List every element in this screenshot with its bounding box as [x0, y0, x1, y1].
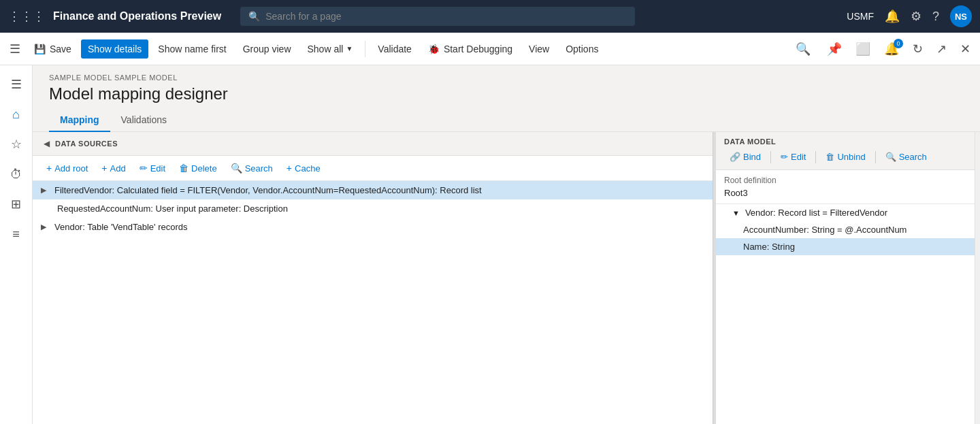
data-sources-tree: ▶ FilteredVendor: Calculated field = FIL… [33, 181, 713, 424]
data-model-tree: ▼ Vendor: Record list = FilteredVendor A… [716, 204, 975, 424]
tree-item-requested-account[interactable]: RequestedAccountNum: User input paramete… [33, 199, 713, 218]
data-model-title: DATA MODEL [724, 137, 966, 146]
settings-gear-icon[interactable]: ⚙ [911, 9, 921, 24]
dm-search-button[interactable]: 🔍 Search [880, 150, 932, 164]
avatar[interactable]: NS [950, 5, 972, 27]
link-icon: 🔗 [730, 152, 740, 162]
save-button[interactable]: 💾 Save [27, 39, 78, 59]
tab-validations[interactable]: Validations [110, 109, 178, 132]
start-debugging-button[interactable]: 🐞 Start Debugging [421, 39, 519, 59]
main-layout: ☰ ⌂ ☆ ⏱ ⊞ ≡ SAMPLE MODEL SAMPLE MODEL Mo… [0, 65, 980, 424]
dm-tree-item-account-number[interactable]: AccountNumber: String = @.AccountNum [716, 221, 975, 238]
add-button[interactable]: + Add [96, 160, 131, 176]
sidebar-item-home[interactable]: ⌂ [3, 101, 30, 128]
root-definition: Root definition Root3 [716, 170, 975, 204]
sidebar-item-workspaces[interactable]: ⊞ [3, 191, 30, 218]
dm-tree-item-text: Vendor: Record list = FilteredVendor [745, 208, 887, 218]
expand-icon[interactable]: ⬜ [851, 39, 875, 59]
sidebar-item-list[interactable]: ≡ [3, 221, 30, 248]
view-button[interactable]: View [522, 39, 556, 59]
dm-tree-item-text: AccountNumber: String = @.AccountNum [743, 225, 906, 235]
notification-badge: 0 [894, 39, 903, 48]
tree-item-vendor[interactable]: ▶ Vendor: Table 'VendTable' records [33, 218, 713, 236]
split-content: ◀ DATA SOURCES + Add root + Add ✏ E [33, 132, 980, 424]
refresh-icon[interactable]: ↻ [909, 39, 927, 59]
notification-bell-icon[interactable]: 🔔 [885, 9, 900, 24]
dm-tree-item-vendor[interactable]: ▼ Vendor: Record list = FilteredVendor [716, 204, 975, 221]
sidebar-item-menu[interactable]: ☰ [3, 71, 30, 98]
plus-icon: + [101, 163, 107, 174]
chevron-down-icon: ▼ [346, 45, 353, 52]
save-icon: 💾 [34, 44, 46, 54]
content-area: SAMPLE MODEL SAMPLE MODEL Model mapping … [33, 65, 980, 424]
tree-item-text: RequestedAccountNum: User input paramete… [57, 203, 704, 214]
cache-icon: + [287, 163, 292, 174]
dm-tree-item-text: Name: String [743, 242, 795, 252]
breadcrumb: SAMPLE MODEL SAMPLE MODEL [49, 74, 964, 82]
show-name-first-button[interactable]: Show name first [151, 39, 233, 59]
unbind-icon: 🗑 [826, 152, 834, 162]
notification-icon[interactable]: 🔔 0 [880, 39, 903, 59]
page-title: Model mapping designer [49, 84, 964, 103]
top-nav-right: USMF 🔔 ⚙ ? NS [847, 5, 972, 27]
search-button[interactable]: 🔍 Search [225, 160, 278, 176]
sidebar-item-favorites[interactable]: ☆ [3, 131, 30, 158]
global-search-input[interactable] [265, 11, 627, 22]
delete-icon: 🗑 [179, 163, 189, 174]
data-sources-panel: ◀ DATA SOURCES + Add root + Add ✏ E [33, 132, 713, 424]
add-root-button[interactable]: + Add root [41, 160, 93, 176]
data-sources-header: ◀ DATA SOURCES [33, 132, 713, 156]
debug-icon: 🐞 [428, 44, 440, 54]
expand-icon[interactable]: ▶ [41, 186, 52, 195]
panel-collapse-toggle[interactable]: ◀ [41, 137, 52, 150]
edit-icon: ✏ [781, 152, 788, 162]
sidebar-item-recent[interactable]: ⏱ [3, 161, 30, 188]
hamburger-menu-icon[interactable]: ☰ [5, 39, 24, 59]
separator [875, 151, 876, 163]
pin-icon[interactable]: 📌 [823, 39, 846, 59]
data-model-header: DATA MODEL 🔗 Bind ✏ Edit 🗑 [716, 132, 975, 170]
tree-item-text: Vendor: Table 'VendTable' records [54, 222, 704, 232]
tree-item-filtered-vendor[interactable]: ▶ FilteredVendor: Calculated field = FIL… [33, 181, 713, 199]
validate-button[interactable]: Validate [371, 39, 419, 59]
separator [365, 41, 365, 57]
edit-button[interactable]: ✏ Edit [134, 160, 171, 176]
cache-button[interactable]: + Cache [281, 160, 326, 176]
search-icon: 🔍 [885, 152, 896, 162]
expand-icon[interactable]: ▶ [41, 223, 52, 231]
data-model-toolbar: 🔗 Bind ✏ Edit 🗑 Unbind [724, 150, 966, 164]
delete-button[interactable]: 🗑 Delete [174, 160, 223, 176]
options-button[interactable]: Options [559, 39, 605, 59]
plus-icon: + [46, 163, 52, 174]
app-grid-icon[interactable]: ⋮⋮⋮ [8, 9, 45, 24]
dm-edit-button[interactable]: ✏ Edit [775, 150, 811, 164]
separator [815, 151, 816, 163]
dm-tree-item-name-string[interactable]: Name: String [716, 238, 975, 255]
sidebar: ☰ ⌂ ☆ ⏱ ⊞ ≡ [0, 65, 33, 424]
help-icon[interactable]: ? [932, 10, 939, 24]
search-icon: 🔍 [248, 11, 260, 22]
tab-mapping[interactable]: Mapping [49, 109, 110, 132]
close-icon[interactable]: ✕ [956, 39, 975, 59]
app-title: Finance and Operations Preview [53, 10, 221, 22]
show-all-button[interactable]: Show all ▼ [301, 39, 360, 59]
data-sources-title: DATA SOURCES [55, 140, 118, 148]
group-view-button[interactable]: Group view [236, 39, 298, 59]
show-details-button[interactable]: Show details [81, 39, 148, 59]
user-org-label: USMF [847, 11, 874, 22]
page-header: SAMPLE MODEL SAMPLE MODEL Model mapping … [33, 65, 980, 109]
root-definition-label: Root definition [724, 176, 966, 185]
cmd-bar-icon-group: 📌 ⬜ 🔔 0 ↻ ↗ ✕ [823, 39, 975, 59]
separator [770, 151, 771, 163]
search-page-icon[interactable]: 🔍 [791, 39, 815, 59]
top-nav-bar: ⋮⋮⋮ Finance and Operations Preview 🔍 USM… [0, 0, 980, 33]
bind-button[interactable]: 🔗 Bind [724, 150, 766, 164]
open-in-new-icon[interactable]: ↗ [932, 39, 951, 59]
collapse-icon[interactable]: ▼ [732, 209, 740, 217]
global-search-bar[interactable]: 🔍 [240, 7, 635, 26]
unbind-button[interactable]: 🗑 Unbind [820, 150, 870, 164]
data-sources-toolbar: + Add root + Add ✏ Edit 🗑 Delete [33, 156, 713, 181]
tab-bar: Mapping Validations [33, 109, 980, 132]
right-scrollbar[interactable] [975, 132, 980, 424]
command-bar: ☰ 💾 Save Show details Show name first Gr… [0, 33, 980, 65]
